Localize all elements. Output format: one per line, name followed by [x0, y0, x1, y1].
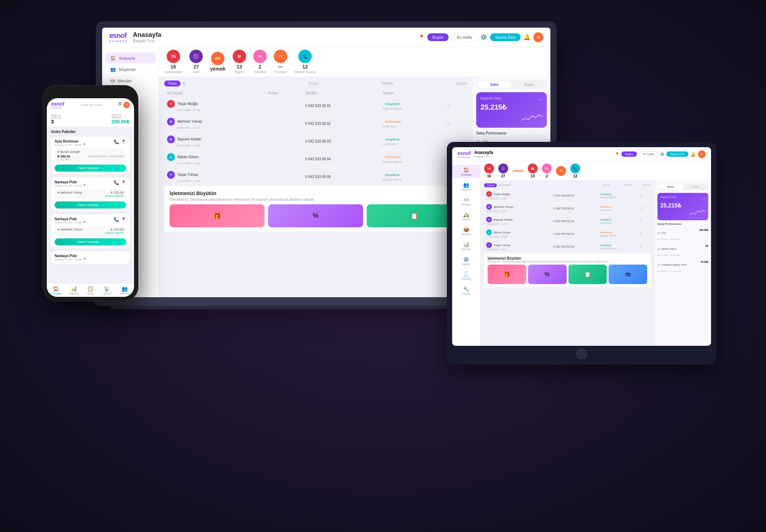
status-badge: Onaylandı: [383, 101, 402, 106]
td-status: BeklemedeKredi Kartı: [598, 202, 637, 215]
phone-avatar: ✕: [123, 102, 130, 108]
td-name: B Bayram Keskin 11/01/2025 · 11:00: [164, 133, 265, 150]
table-row: A Aykan Güven11/01/2025 · 10:30 0 542 53…: [484, 228, 651, 240]
tablet-bell-icon[interactable]: 🔔: [690, 152, 696, 157]
bugun-button[interactable]: Bugün: [427, 33, 449, 41]
tablet-promo-4[interactable]: 🛍: [609, 265, 647, 284]
t-sidebar-ayarlar[interactable]: ⚙️ Ayarlar: [452, 254, 480, 267]
pkg-phone-icon[interactable]: 📞: [114, 180, 119, 185]
td-info[interactable]: ⓘ: [637, 189, 651, 202]
pkg-btn-3[interactable]: Paket Detayları →: [55, 238, 126, 245]
status-badge: Onaylandı: [383, 172, 402, 177]
tablet-body: 🏠 Anasayfa 👥 Müşteriler 🍽 Menüler �: [452, 161, 711, 346]
tablet-promo-2[interactable]: %: [528, 265, 567, 284]
phone-logo-area: esnof EXPRESS: [51, 101, 64, 109]
sidebar-item-menuler[interactable]: 🍽 Menüler: [105, 75, 156, 86]
tablet-siparis-btn[interactable]: Sipariş Ekle: [666, 151, 688, 157]
user-avatar: ✕: [533, 32, 543, 42]
tablet-filter-icon[interactable]: ⚙️: [660, 152, 664, 156]
t-filter-tumu[interactable]: Tümü: [484, 183, 497, 187]
bell-icon[interactable]: 🔔: [523, 34, 531, 40]
pkg-phone-icon[interactable]: 📞: [114, 139, 119, 144]
phone-menu-icon[interactable]: ☰: [118, 102, 122, 108]
payment-type: Kapıda Ödeme: [383, 160, 402, 164]
promo-card-2[interactable]: %: [268, 204, 363, 227]
pkg-btn-1[interactable]: Paket Detayları →: [55, 165, 126, 172]
t-ciro-label: Ciro: [661, 232, 666, 234]
t-perf-siparis: 🛒 Sipariş Sayısı 01.12.2024 - 11.12.2024…: [657, 243, 708, 259]
payment-type: Kapıda Ödeme: [383, 107, 402, 110]
tablet-home-button[interactable]: [576, 349, 587, 359]
td-info[interactable]: ⓘ: [637, 202, 651, 215]
tablet-promo-3[interactable]: 📋: [568, 265, 607, 284]
package-card-1: Ayla Restoran Cuma | 11:25 – 16:09 📍 📞 📍…: [51, 137, 130, 174]
pkg-btn-2[interactable]: Paket Detayları →: [55, 201, 126, 209]
card-menu[interactable]: ···: [538, 96, 543, 103]
tab-satis[interactable]: Satış: [477, 81, 512, 88]
td-info[interactable]: ⓘ: [637, 228, 651, 240]
nav-raporlar[interactable]: 📊 Raporlar: [69, 286, 79, 295]
t-ort-val: 70.00₺: [700, 261, 708, 273]
t-platform-migros: M 13: [528, 164, 538, 178]
card-header: Bugünkü Satış ···: [481, 96, 543, 103]
t-sidebar-anasayfa[interactable]: 🏠 Anasayfa: [452, 165, 480, 178]
td-info[interactable]: ⓘ: [444, 115, 467, 133]
tab-kurye[interactable]: Kurye: [512, 81, 546, 88]
td-status: Onaylandı Kapıda Ödeme: [380, 168, 444, 186]
t-reports-icon: 📊: [463, 242, 469, 247]
t-tel-count: 12: [573, 174, 577, 178]
pkg-location-icon[interactable]: 📍: [121, 139, 126, 144]
t-sidebar-siparisler[interactable]: 📦 Siparişler: [452, 225, 480, 238]
t-sidebar-musteriler[interactable]: 👥 Müşteriler: [452, 180, 480, 193]
siparis-ekle-button[interactable]: Sipariş Ekle: [490, 33, 521, 41]
filter-tumü[interactable]: Tümü: [164, 81, 181, 87]
sidebar-item-musteriler[interactable]: 👥 Müşteriler: [105, 64, 156, 75]
t-support-icon: 🔧: [463, 286, 469, 292]
td-name: B Bayram Keskin11/01/2025 · 11:00: [484, 215, 543, 228]
pkg-location-icon[interactable]: 📍: [121, 180, 126, 185]
t-card-menu[interactable]: ···: [701, 196, 705, 202]
t-menu-icon: 🍽: [464, 197, 469, 203]
page-subtitle: Başçak Fırın: [133, 39, 161, 43]
promo-card-1[interactable]: 🎁: [170, 204, 265, 227]
customer-date: 11/01/2025 · 11:30: [177, 126, 200, 129]
t-sidebar-faturalar[interactable]: 🧾 Faturalar: [452, 269, 480, 282]
t-sidebar-menuler[interactable]: 🍽 Menüler: [452, 195, 480, 208]
nav-hakkinda[interactable]: 👥 Hakkında: [120, 286, 130, 295]
grow-subtitle: Önerilerimiz, pazarlama çalışmalarınızın…: [170, 198, 462, 201]
nav-anasayfa[interactable]: 🏠 Anasayfa: [51, 286, 61, 295]
buhafta-button[interactable]: Bu Hafta: [451, 33, 477, 41]
sidebar-item-anasayfa[interactable]: 🏠 Anasayfa: [105, 52, 156, 63]
td-info[interactable]: ⓘ: [637, 215, 651, 228]
platform-yemeksepeti: YS 16 Yemeksepeti: [164, 50, 182, 74]
t-tel-logo: 📞: [570, 164, 580, 173]
pkg-header: Ayla Restoran Cuma | 11:25 – 16:09 📍 📞 📍: [55, 139, 126, 146]
phone-device: esnof EXPRESS 0 542 533 33 83 ☰ ✕ Bugün …: [43, 85, 138, 301]
td-phone: 0 542 533 00 03: [302, 133, 380, 150]
getir-yemek-count: yemek: [210, 66, 226, 72]
t-platform-ty: TY: [556, 166, 566, 176]
pkg-phone-icon[interactable]: 📞: [114, 217, 119, 222]
yemeksepeti-name: Yemeksepeti: [164, 70, 182, 74]
td-info[interactable]: ⓘ: [637, 240, 651, 253]
nav-logifos[interactable]: 📡 LogiFOS: [102, 286, 112, 295]
filter-icon[interactable]: ⚙️: [480, 34, 487, 40]
tablet-promo-1[interactable]: 🎁: [488, 265, 526, 284]
td-info[interactable]: ⓘ: [444, 97, 467, 115]
platform-getir-yemek: GY yemek: [210, 52, 226, 72]
tablet-page-title: Anasayfa: [474, 150, 493, 155]
t-sidebar-raporlar[interactable]: 📊 Raporlar: [452, 239, 480, 253]
t-sidebar-kuryeler[interactable]: 🛵 Kuryeler: [452, 210, 480, 223]
platform-getir: 🟣 27 Getir: [189, 50, 203, 74]
tablet-bugun-btn[interactable]: Bugün: [621, 151, 637, 157]
package-card-3: Narkaya Pide Cuma | 11:25 – 12:09 📍 📞 📍 …: [51, 214, 130, 248]
nav-hesap[interactable]: 📋 Hesap: [87, 286, 94, 295]
t-sidebar-destek[interactable]: 🔧 Destek: [452, 284, 480, 297]
t-tab-kurye[interactable]: Kurye: [683, 184, 708, 189]
pkg-payment: Online Ödendi: [57, 194, 123, 198]
tablet-buhafta-btn[interactable]: Bu Hafta: [639, 151, 658, 157]
nav-account-label: Hesap: [87, 292, 94, 295]
t-tab-satis[interactable]: Satış: [658, 184, 683, 189]
pkg-price-row: ₺ 590,00 + Zil Çalma Kapıda Ödeme | Kred…: [57, 155, 123, 161]
pkg-location-icon[interactable]: 📍: [121, 217, 126, 222]
